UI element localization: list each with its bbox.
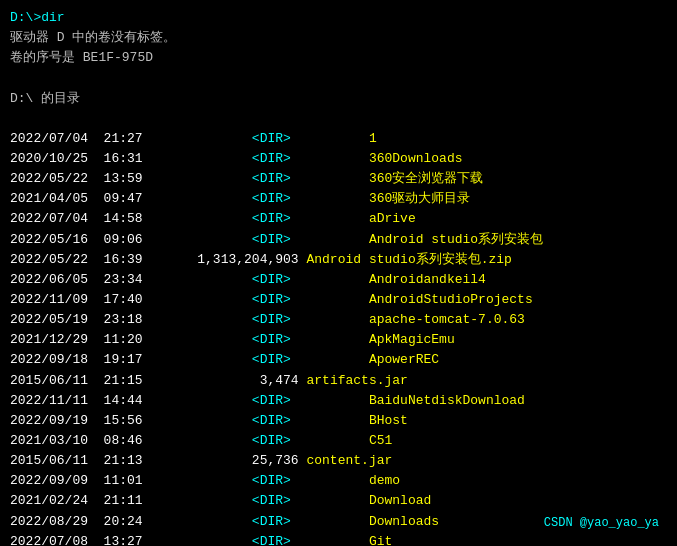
table-row: 2022/05/19 23:18 <DIR> apache-tomcat-7.0… bbox=[10, 310, 667, 330]
table-row: 2022/09/09 11:01 <DIR> demo bbox=[10, 471, 667, 491]
table-row: 2022/11/11 14:44 <DIR> BaiduNetdiskDownl… bbox=[10, 391, 667, 411]
dir-header: D:\ 的目录 bbox=[10, 89, 667, 109]
table-row: 2022/11/09 17:40 <DIR> AndroidStudioProj… bbox=[10, 290, 667, 310]
table-row: 2022/07/08 13:27 <DIR> Git bbox=[10, 532, 667, 546]
terminal-window: D:\>dir 驱动器 D 中的卷没有标签。 卷的序号是 BE1F-975D D… bbox=[10, 8, 667, 538]
watermark: CSDN @yao_yao_ya bbox=[544, 516, 659, 530]
table-row: 2022/05/22 13:59 <DIR> 360安全浏览器下载 bbox=[10, 169, 667, 189]
table-row: 2022/05/16 09:06 <DIR> Android studio系列安… bbox=[10, 230, 667, 250]
table-row: 2022/09/18 19:17 <DIR> ApowerREC bbox=[10, 350, 667, 370]
blank-line-1 bbox=[10, 68, 667, 88]
table-row: 2022/07/04 21:27 <DIR> 1 bbox=[10, 129, 667, 149]
blank-line-2 bbox=[10, 109, 667, 129]
table-row: 2022/09/19 15:56 <DIR> BHost bbox=[10, 411, 667, 431]
table-row: 2015/06/11 21:13 25,736 content.jar bbox=[10, 451, 667, 471]
table-row: 2020/10/25 16:31 <DIR> 360Downloads bbox=[10, 149, 667, 169]
table-row: 2021/04/05 09:47 <DIR> 360驱动大师目录 bbox=[10, 189, 667, 209]
table-row: 2021/12/29 11:20 <DIR> ApkMagicEmu bbox=[10, 330, 667, 350]
table-row: 2022/06/05 23:34 <DIR> Androidandkeil4 bbox=[10, 270, 667, 290]
volume-info-2: 卷的序号是 BE1F-975D bbox=[10, 48, 667, 68]
prompt-line: D:\>dir bbox=[10, 8, 667, 28]
volume-info-1: 驱动器 D 中的卷没有标签。 bbox=[10, 28, 667, 48]
table-row: 2022/07/04 14:58 <DIR> aDrive bbox=[10, 209, 667, 229]
table-row: 2022/05/22 16:39 1,313,204,903 Android s… bbox=[10, 250, 667, 270]
table-row: 2015/06/11 21:15 3,474 artifacts.jar bbox=[10, 371, 667, 391]
table-row: 2021/03/10 08:46 <DIR> C51 bbox=[10, 431, 667, 451]
table-row: 2021/02/24 21:11 <DIR> Download bbox=[10, 491, 667, 511]
